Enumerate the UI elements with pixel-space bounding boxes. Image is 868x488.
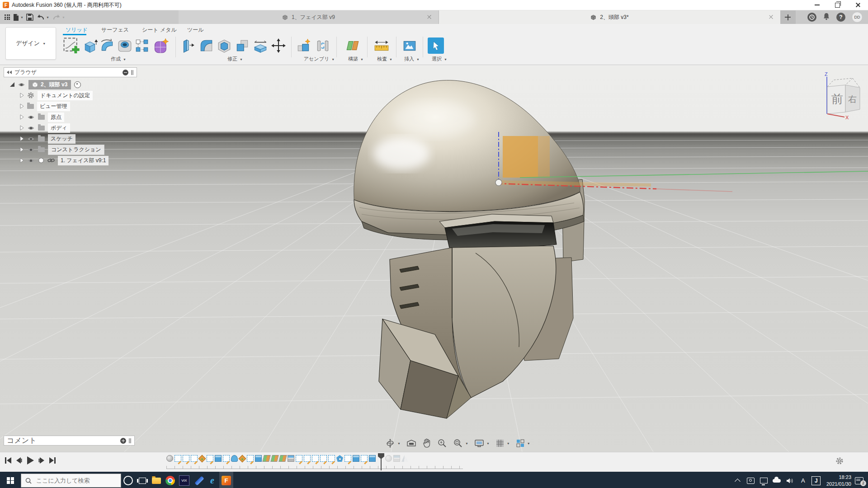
undo-button[interactable]: ▼ <box>36 14 49 21</box>
start-button[interactable] <box>0 472 21 488</box>
expand-closed-icon[interactable] <box>20 114 24 120</box>
redo-button[interactable]: ▼ <box>52 14 65 21</box>
visibility-eye-icon[interactable] <box>27 126 35 131</box>
expand-closed-icon[interactable] <box>20 103 24 109</box>
expand-closed-icon[interactable] <box>20 158 24 163</box>
timeline-feature-sketch[interactable] <box>296 455 302 462</box>
pattern-button[interactable] <box>134 38 150 54</box>
notification-bell-icon[interactable] <box>823 13 830 22</box>
tab-close-icon[interactable] <box>768 14 774 20</box>
new-component-button[interactable] <box>296 38 312 54</box>
fusion360-taskbar-button[interactable]: F <box>219 472 233 488</box>
tree-row-view-management[interactable]: ビュー管理 <box>4 101 137 112</box>
press-pull-button[interactable] <box>180 38 196 54</box>
zoom-button[interactable] <box>437 438 447 448</box>
taskbar-clock[interactable]: 18:23 2021/01/30 <box>823 474 855 488</box>
group-label-inspect[interactable]: 検査 ▼ <box>377 56 392 62</box>
timeline-feature-form[interactable] <box>166 455 173 462</box>
look-at-button[interactable] <box>406 439 416 447</box>
split-body-button[interactable] <box>252 38 269 54</box>
create-sketch-button[interactable] <box>61 36 81 56</box>
timeline-feature-hole[interactable] <box>198 455 206 462</box>
timeline-feature-extrude[interactable] <box>255 455 262 462</box>
file-explorer-button[interactable] <box>149 472 163 488</box>
timeline-ruler[interactable] <box>166 466 463 469</box>
orbit-button[interactable]: ▼ <box>385 438 401 448</box>
new-tab-button[interactable] <box>780 10 796 24</box>
visibility-eye-icon[interactable] <box>27 136 35 141</box>
insert-canvas-button[interactable] <box>401 38 418 54</box>
collapse-panel-icon[interactable] <box>7 70 12 74</box>
com ment-header[interactable]: コメント <box>4 436 135 446</box>
job-status-icon[interactable] <box>807 13 816 22</box>
visibility-eye-icon[interactable] <box>27 147 35 152</box>
measure-button[interactable] <box>373 38 390 54</box>
save-button[interactable] <box>26 14 33 21</box>
timeline-feature-sketch[interactable] <box>320 455 327 462</box>
timeline-feature-sketch[interactable] <box>328 455 335 462</box>
timeline-feature-extrude[interactable] <box>215 455 222 462</box>
expand-closed-icon[interactable] <box>20 93 24 98</box>
expand-closed-icon[interactable] <box>20 125 24 131</box>
tree-row-origin[interactable]: 原点 <box>4 112 137 122</box>
ribbon-tab-surface[interactable]: サーフェス <box>99 25 132 35</box>
timeline-feature-sketch[interactable] <box>312 455 319 462</box>
file-menu-button[interactable]: ▼ <box>13 14 24 21</box>
vix-button[interactable]: ViX <box>177 472 191 488</box>
select-tool-button[interactable] <box>428 38 444 54</box>
timeline-feature-sketch[interactable] <box>183 455 189 462</box>
timeline-feature-extrude[interactable] <box>353 455 359 462</box>
timeline-feature-revolve[interactable] <box>336 455 343 462</box>
construction-plane-button[interactable] <box>344 38 361 54</box>
visibility-eye-icon[interactable] <box>27 115 35 120</box>
fit-button[interactable]: ▼ <box>453 438 468 448</box>
selected-sketch-profile[interactable] <box>503 136 538 178</box>
timeline-feature-plane[interactable] <box>270 455 279 462</box>
task-view-button[interactable] <box>135 472 149 488</box>
group-label-create[interactable]: 作成 ▼ <box>111 56 126 62</box>
timeline-feature-sketch[interactable] <box>361 455 368 462</box>
tree-row-bodies[interactable]: ボディ <box>4 122 137 133</box>
pan-button[interactable] <box>422 438 431 448</box>
display-settings-button[interactable]: ▼ <box>474 439 490 448</box>
group-label-insert[interactable]: 挿入 ▼ <box>404 56 420 62</box>
minimize-button[interactable] <box>807 0 827 10</box>
step-forward-button[interactable] <box>38 457 45 464</box>
document-tab-head[interactable]: 2、頭部 v3* <box>439 10 780 24</box>
ribbon-tab-sheetmetal[interactable]: シート メタル <box>139 25 179 35</box>
timeline-feature-mirror-suppressed[interactable] <box>401 455 408 462</box>
root-component-chip[interactable]: 2、頭部 v3 <box>28 80 71 89</box>
restore-button[interactable] <box>827 0 848 10</box>
tree-row-linked-component[interactable]: 1. フェイス部 v9:1 <box>4 155 137 166</box>
viewports-button[interactable]: ▼ <box>516 439 530 448</box>
create-form-button[interactable] <box>153 38 169 54</box>
timeline-feature-sketch[interactable] <box>175 455 181 462</box>
activate-component-radio[interactable] <box>74 81 81 88</box>
document-tab-face[interactable]: 1、フェイス部 v9 <box>179 10 439 24</box>
network-tray-button[interactable] <box>757 472 770 488</box>
tree-row-construction[interactable]: コンストラクション <box>4 144 137 155</box>
revolve-button[interactable] <box>99 38 116 54</box>
combine-button[interactable] <box>234 38 250 54</box>
origin-point[interactable] <box>495 179 502 186</box>
taskbar-search[interactable] <box>21 474 121 488</box>
group-label-construct[interactable]: 構築 ▼ <box>348 56 363 62</box>
timeline-feature-sketch[interactable] <box>304 455 311 462</box>
hole-button[interactable] <box>117 38 133 54</box>
app-menu-button[interactable] <box>5 14 10 20</box>
joint-button[interactable] <box>315 38 331 54</box>
group-label-select[interactable]: 選択 ▼ <box>432 56 447 62</box>
pen-app-button[interactable] <box>191 472 205 488</box>
timeline-settings-gear-icon[interactable] <box>835 457 844 465</box>
ime-language-button[interactable]: J <box>810 472 823 488</box>
timeline-feature-split-suppressed[interactable] <box>393 455 400 462</box>
skip-to-end-button[interactable] <box>49 457 56 464</box>
timeline-feature-sketch[interactable] <box>344 455 351 462</box>
workspace-selector[interactable]: デザイン ▼ <box>5 27 56 60</box>
expand-open-icon[interactable] <box>10 82 14 87</box>
volume-tray-button[interactable] <box>783 472 797 488</box>
timeline-feature-form-suppressed[interactable] <box>385 455 392 462</box>
help-icon[interactable]: ? <box>836 13 845 22</box>
fillet-button[interactable] <box>198 38 214 54</box>
tray-expand-button[interactable] <box>731 472 744 488</box>
